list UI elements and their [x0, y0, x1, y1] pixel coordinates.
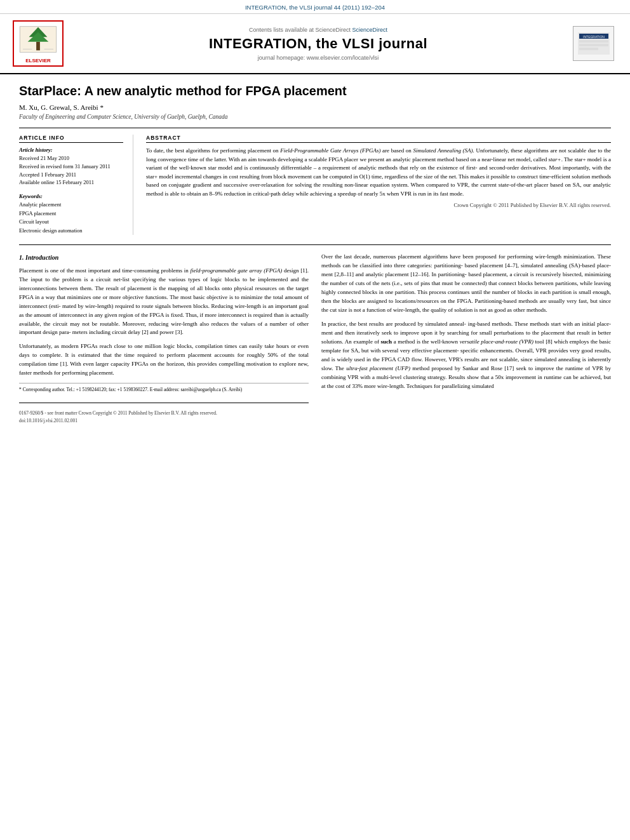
journal-homepage: journal homepage: www.elsevier.com/locat…: [73, 55, 563, 61]
article-authors: M. Xu, G. Grewal, S. Areibi *: [19, 103, 611, 111]
journal-center: Contents lists available at ScienceDirec…: [73, 27, 563, 61]
journal-title: INTEGRATION, the VLSI journal: [73, 36, 563, 52]
section-1-heading: 1. Introduction: [19, 253, 309, 263]
article-history: Article history: Received 21 May 2010 Re…: [19, 147, 123, 187]
abstract-column: ABSTRACT To date, the best algorithms fo…: [146, 135, 611, 235]
history-accepted: Accepted 1 February 2011: [19, 171, 123, 179]
science-direct-info: Contents lists available at ScienceDirec…: [73, 27, 563, 33]
intro-para-2: Unfortunately, as modern FPGAs reach clo…: [19, 342, 309, 378]
abstract-heading: ABSTRACT: [146, 135, 611, 143]
history-received: Received 21 May 2010: [19, 154, 123, 163]
article-affiliation: Faculty of Engineering and Computer Scie…: [19, 114, 611, 120]
svg-text:INTEGRATION: INTEGRATION: [583, 35, 605, 39]
footer-ids: 0167-9260/$ - see front matter Crown Cop…: [19, 410, 309, 424]
article-title: StarPlace: A new analytic method for FPG…: [19, 84, 611, 98]
article-footer: 0167-9260/$ - see front matter Crown Cop…: [19, 403, 309, 424]
history-revised: Received in revised form 31 January 2011: [19, 163, 123, 171]
keyword-2: FPGA placement: [19, 210, 123, 218]
article-content: StarPlace: A new analytic method for FPG…: [0, 74, 630, 437]
elsevier-tree-icon: [16, 23, 60, 55]
intro-para-1: Placement is one of the most important a…: [19, 267, 309, 338]
body-left-column: 1. Introduction Placement is one of the …: [19, 253, 309, 424]
keywords-label: Keywords:: [19, 193, 123, 199]
keyword-3: Circuit layout: [19, 218, 123, 227]
history-available: Available online 15 February 2011: [19, 178, 123, 187]
body-columns: 1. Introduction Placement is one of the …: [19, 244, 611, 424]
elsevier-logo-container: ELSEVIER: [13, 20, 64, 67]
svg-rect-1: [36, 42, 40, 50]
abstract-text: To date, the best algorithms for perform…: [146, 147, 611, 198]
article-meta-row: ARTICLE INFO Article history: Received 2…: [19, 128, 611, 235]
journal-right-logo: INTEGRATION: [573, 26, 617, 61]
article-info-column: ARTICLE INFO Article history: Received 2…: [19, 135, 133, 235]
elsevier-label: ELSEVIER: [16, 58, 60, 63]
keywords-section: Keywords: Analytic placement FPGA placem…: [19, 193, 123, 235]
keyword-1: Analytic placement: [19, 201, 123, 210]
keyword-4: Electronic design automation: [19, 227, 123, 236]
svg-rect-11: [579, 48, 598, 50]
history-label: Article history:: [19, 147, 123, 153]
svg-rect-10: [579, 44, 608, 46]
svg-rect-9: [579, 40, 608, 43]
journal-header: ELSEVIER Contents lists available at Sci…: [0, 14, 630, 74]
abstract-copyright: Crown Copyright © 2011 Published by Else…: [146, 202, 611, 208]
journal-citation-text: INTEGRATION, the VLSI journal 44 (2011) …: [245, 4, 385, 11]
article-info-heading: ARTICLE INFO: [19, 135, 123, 143]
elsevier-box: ELSEVIER: [13, 20, 64, 67]
body-right-column: Over the last decade, numerous placement…: [321, 253, 611, 424]
footnote-star: * Corresponding author. Tel.: +1 5198244…: [19, 383, 309, 393]
right-para-1: Over the last decade, numerous placement…: [321, 253, 611, 315]
journal-citation-bar: INTEGRATION, the VLSI journal 44 (2011) …: [0, 0, 630, 14]
journal-logo-box: INTEGRATION: [573, 26, 614, 61]
right-para-2: In practice, the best results are produc…: [321, 320, 611, 391]
science-direct-link[interactable]: ScienceDirect: [352, 27, 388, 33]
journal-logo-icon: INTEGRATION: [578, 32, 610, 55]
